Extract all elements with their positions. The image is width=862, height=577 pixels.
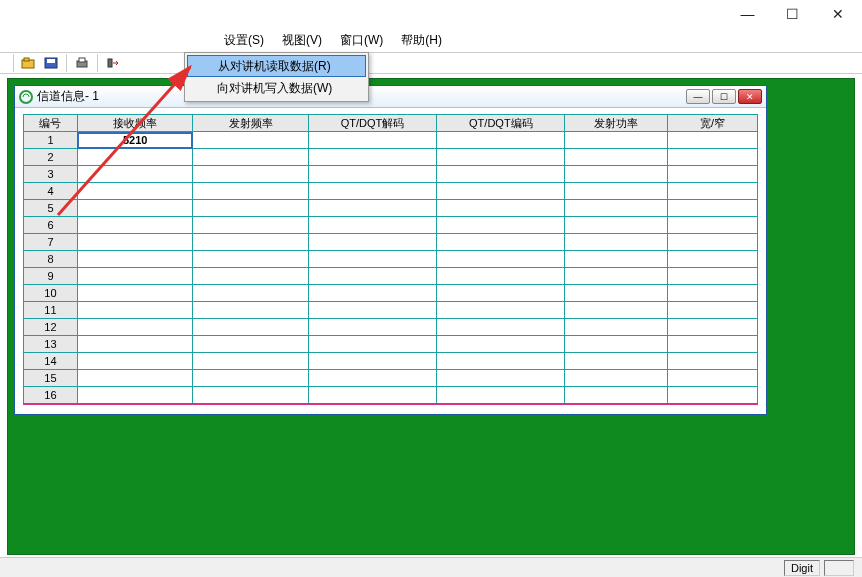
grid-cell[interactable] (565, 234, 668, 251)
row-number-cell[interactable]: 6 (24, 217, 78, 234)
toolbar-print-icon[interactable] (72, 54, 92, 72)
grid-cell[interactable] (308, 149, 436, 166)
grid-cell[interactable] (668, 268, 758, 285)
grid-cell[interactable] (668, 166, 758, 183)
grid-cell[interactable] (565, 217, 668, 234)
grid-cell[interactable] (668, 251, 758, 268)
grid-cell[interactable] (77, 234, 192, 251)
grid-cell[interactable] (193, 285, 308, 302)
grid-cell[interactable] (565, 200, 668, 217)
grid-cell[interactable] (308, 183, 436, 200)
toolbar-read-icon[interactable] (103, 54, 123, 72)
grid-cell[interactable] (77, 268, 192, 285)
grid-cell[interactable] (668, 217, 758, 234)
grid-cell[interactable] (308, 302, 436, 319)
row-number-cell[interactable]: 16 (24, 387, 78, 404)
col-header-bw[interactable]: 宽/窄 (668, 115, 758, 132)
grid-cell[interactable] (437, 200, 565, 217)
table-row[interactable]: 15 (24, 370, 758, 387)
col-header-enc[interactable]: QT/DQT编码 (437, 115, 565, 132)
row-number-cell[interactable]: 14 (24, 353, 78, 370)
row-number-cell[interactable]: 13 (24, 336, 78, 353)
grid-cell[interactable] (565, 285, 668, 302)
grid-cell[interactable] (77, 166, 192, 183)
grid-cell[interactable] (77, 336, 192, 353)
grid-cell[interactable] (77, 370, 192, 387)
grid-cell[interactable] (437, 370, 565, 387)
menu-window[interactable]: 窗口(W) (336, 30, 387, 51)
grid-cell[interactable] (77, 302, 192, 319)
grid-cell[interactable] (668, 234, 758, 251)
grid-cell[interactable] (437, 234, 565, 251)
grid-cell[interactable] (437, 319, 565, 336)
grid-cell[interactable] (437, 132, 565, 149)
grid-cell[interactable] (565, 353, 668, 370)
grid-cell[interactable] (308, 217, 436, 234)
toolbar-save-icon[interactable] (41, 54, 61, 72)
table-row[interactable]: 3 (24, 166, 758, 183)
menu-item-write-to-radio[interactable]: 向对讲机写入数据(W) (187, 77, 366, 99)
close-button[interactable]: ✕ (815, 0, 860, 28)
grid-cell[interactable] (565, 268, 668, 285)
col-header-pwr[interactable]: 发射功率 (565, 115, 668, 132)
grid-cell[interactable] (77, 319, 192, 336)
grid-cell[interactable] (193, 336, 308, 353)
grid-cell[interactable] (565, 183, 668, 200)
grid-cell[interactable] (437, 302, 565, 319)
maximize-button[interactable]: ☐ (770, 0, 815, 28)
toolbar-open-icon[interactable] (19, 54, 39, 72)
grid-cell[interactable] (193, 132, 308, 149)
grid-cell[interactable] (77, 149, 192, 166)
grid-cell[interactable] (77, 285, 192, 302)
grid-cell[interactable] (668, 200, 758, 217)
grid-cell[interactable] (565, 166, 668, 183)
grid-cell[interactable] (668, 336, 758, 353)
grid-cell[interactable] (565, 387, 668, 404)
grid-cell[interactable] (308, 353, 436, 370)
grid-cell[interactable] (308, 234, 436, 251)
grid-cell[interactable] (308, 336, 436, 353)
grid-cell[interactable] (437, 166, 565, 183)
grid-cell[interactable] (193, 387, 308, 404)
row-number-cell[interactable]: 2 (24, 149, 78, 166)
mdi-close-button[interactable]: ✕ (738, 89, 762, 104)
grid-cell[interactable] (308, 166, 436, 183)
grid-cell[interactable] (193, 319, 308, 336)
grid-cell[interactable] (668, 353, 758, 370)
table-row[interactable]: 15210 (24, 132, 758, 149)
table-row[interactable]: 16 (24, 387, 758, 404)
grid-cell[interactable] (308, 319, 436, 336)
menu-view[interactable]: 视图(V) (278, 30, 326, 51)
grid-cell[interactable] (308, 285, 436, 302)
table-row[interactable]: 4 (24, 183, 758, 200)
grid-cell[interactable] (308, 387, 436, 404)
grid-cell[interactable] (437, 336, 565, 353)
row-number-cell[interactable]: 12 (24, 319, 78, 336)
grid-cell[interactable] (77, 353, 192, 370)
grid-cell[interactable] (308, 132, 436, 149)
grid-cell[interactable] (437, 285, 565, 302)
row-number-cell[interactable]: 3 (24, 166, 78, 183)
grid-cell[interactable] (193, 183, 308, 200)
grid-cell[interactable]: 5210 (77, 132, 192, 149)
col-header-rx[interactable]: 接收频率 (77, 115, 192, 132)
grid-cell[interactable] (437, 183, 565, 200)
mdi-maximize-button[interactable]: ☐ (712, 89, 736, 104)
table-row[interactable]: 10 (24, 285, 758, 302)
grid-cell[interactable] (437, 353, 565, 370)
menu-settings[interactable]: 设置(S) (220, 30, 268, 51)
grid-cell[interactable] (437, 149, 565, 166)
grid-cell[interactable] (77, 200, 192, 217)
row-number-cell[interactable]: 7 (24, 234, 78, 251)
grid-cell[interactable] (565, 302, 668, 319)
table-row[interactable]: 12 (24, 319, 758, 336)
grid-cell[interactable] (77, 183, 192, 200)
row-number-cell[interactable]: 15 (24, 370, 78, 387)
grid-cell[interactable] (308, 370, 436, 387)
table-row[interactable]: 8 (24, 251, 758, 268)
row-number-cell[interactable]: 10 (24, 285, 78, 302)
row-number-cell[interactable]: 9 (24, 268, 78, 285)
grid-cell[interactable] (565, 370, 668, 387)
grid-cell[interactable] (668, 370, 758, 387)
grid-cell[interactable] (193, 149, 308, 166)
